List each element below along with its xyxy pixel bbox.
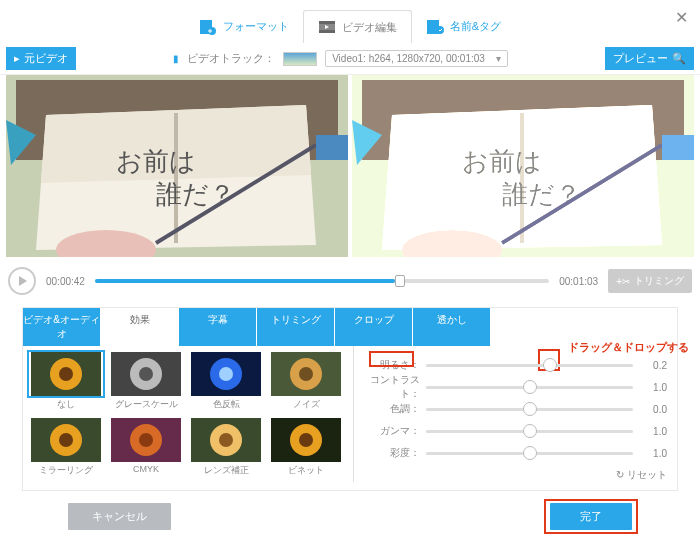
svg-point-30	[139, 367, 153, 381]
reset-button[interactable]: ↻ リセット	[364, 468, 667, 482]
footer: キャンセル 完了	[0, 491, 700, 530]
subtab-watermark[interactable]: 透かし	[413, 308, 491, 346]
subtab-crop[interactable]: クロップ	[335, 308, 413, 346]
gamma-label: ガンマ：	[364, 424, 420, 438]
tab-video-edit-label: ビデオ編集	[342, 20, 397, 35]
tab-format-label: フォーマット	[223, 19, 289, 34]
gamma-slider[interactable]	[426, 430, 633, 433]
time-current: 00:00:42	[46, 276, 85, 287]
svg-point-36	[299, 367, 313, 381]
track-label: ビデオトラック：	[187, 51, 275, 66]
hue-value: 0.0	[639, 404, 667, 415]
tab-format[interactable]: フォーマット	[185, 10, 303, 43]
cancel-button[interactable]: キャンセル	[68, 503, 171, 530]
trim-button[interactable]: +✂ トリミング	[608, 269, 692, 293]
effect-vignette[interactable]: ビネット	[267, 416, 345, 480]
effect-lens[interactable]: レンズ補正	[187, 416, 265, 480]
svg-point-6	[436, 26, 444, 34]
play-button[interactable]	[8, 267, 36, 295]
search-icon: 🔍	[672, 52, 686, 65]
preview-edited: お前は 誰だ？	[352, 75, 694, 257]
svg-text:誰だ？: 誰だ？	[156, 180, 235, 209]
effect-mirror[interactable]: ミラーリング	[27, 416, 105, 480]
effect-grayscale[interactable]: グレースケール	[107, 350, 185, 414]
track-selector: ▮ ビデオトラック： Video1: h264, 1280x720, 00:01…	[173, 50, 508, 67]
saturation-value: 1.0	[639, 448, 667, 459]
effects-area: ビデオ&オーディオ 効果 字幕 トリミング クロップ 透かし なし グレースケー…	[22, 307, 678, 491]
scissors-icon: +✂	[616, 276, 630, 287]
subtab-av[interactable]: ビデオ&オーディオ	[23, 308, 101, 346]
svg-rect-15	[316, 135, 348, 160]
progress-handle[interactable]	[395, 275, 405, 287]
effects-thumbs: なし グレースケール 色反転 ノイズ ミラーリング CMYK レンズ補正 ビネッ…	[23, 346, 349, 480]
close-button[interactable]: ✕	[675, 8, 688, 27]
effect-cmyk[interactable]: CMYK	[107, 416, 185, 480]
saturation-slider[interactable]	[426, 452, 633, 455]
time-total: 00:01:03	[559, 276, 598, 287]
svg-text:お前は: お前は	[116, 147, 196, 176]
brightness-slider[interactable]	[426, 364, 633, 367]
annotation-text: ドラッグ＆ドロップする	[568, 340, 689, 355]
preview-button[interactable]: プレビュー 🔍	[605, 47, 694, 70]
svg-rect-24	[662, 135, 694, 160]
progress-bar[interactable]	[95, 279, 549, 283]
svg-point-42	[139, 433, 153, 447]
tab-name-tag-label: 名前&タグ	[450, 19, 501, 34]
subtab-effects[interactable]: 効果	[101, 308, 179, 346]
saturation-label: 彩度：	[364, 446, 420, 460]
effect-noise[interactable]: ノイズ	[267, 350, 345, 414]
brightness-value: 0.2	[639, 360, 667, 371]
effect-invert[interactable]: 色反転	[187, 350, 265, 414]
caret-icon: ▸	[14, 52, 20, 65]
contrast-label: コントラスト：	[364, 373, 420, 401]
preview-original: お前は 誰だ？	[6, 75, 348, 257]
svg-point-48	[299, 433, 313, 447]
effect-none[interactable]: なし	[27, 350, 105, 414]
done-button[interactable]: 完了	[550, 503, 632, 530]
brightness-label: 明るさ：	[364, 358, 420, 372]
tab-video-edit[interactable]: ビデオ編集	[303, 10, 412, 43]
track-marker-icon: ▮	[173, 53, 179, 64]
svg-text:誰だ？: 誰だ？	[502, 180, 581, 209]
contrast-value: 1.0	[639, 382, 667, 393]
svg-point-45	[219, 433, 233, 447]
svg-rect-4	[319, 30, 335, 33]
svg-point-33	[219, 367, 233, 381]
subtab-trimming[interactable]: トリミング	[257, 308, 335, 346]
sliders: ドラッグ＆ドロップする 明るさ：0.2 コントラスト：1.0 色調：0.0 ガン…	[358, 346, 677, 482]
preview-area: お前は 誰だ？ お前は 誰だ？	[0, 75, 700, 257]
track-row: ▸ 元ビデオ ▮ ビデオトラック： Video1: h264, 1280x720…	[0, 43, 700, 75]
top-tabs: フォーマット ビデオ編集 名前&タグ	[0, 0, 700, 43]
source-video-label: ▸ 元ビデオ	[6, 47, 76, 70]
track-thumb	[283, 52, 317, 66]
tab-name-tag[interactable]: 名前&タグ	[412, 10, 515, 43]
svg-point-27	[59, 367, 73, 381]
hue-label: 色調：	[364, 402, 420, 416]
gamma-value: 1.0	[639, 426, 667, 437]
svg-point-39	[59, 433, 73, 447]
track-dropdown[interactable]: Video1: h264, 1280x720, 00:01:03	[325, 50, 508, 67]
svg-text:お前は: お前は	[462, 147, 542, 176]
timeline: 00:00:42 00:01:03 +✂ トリミング	[0, 257, 700, 305]
contrast-slider[interactable]	[426, 386, 633, 389]
svg-rect-3	[319, 21, 335, 24]
subtab-subtitle[interactable]: 字幕	[179, 308, 257, 346]
hue-slider[interactable]	[426, 408, 633, 411]
